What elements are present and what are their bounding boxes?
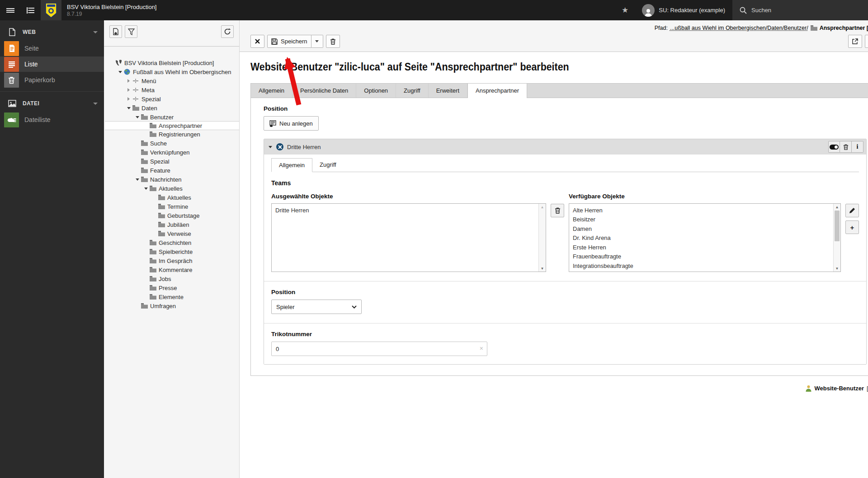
global-search[interactable]: Suchen [732, 0, 868, 20]
expand-arrow-icon[interactable] [126, 79, 132, 83]
expand-arrow-icon[interactable] [126, 97, 132, 101]
sidebar-item-dateiliste[interactable]: Dateiliste [0, 112, 104, 127]
tree-node-presse[interactable]: Presse [107, 283, 237, 292]
save-button[interactable]: Speichern [267, 35, 311, 48]
tab-optionen[interactable]: Optionen [356, 84, 396, 98]
tree-node-geburtstage[interactable]: Geburtstage [107, 211, 237, 220]
tree-node-aktuelles[interactable]: Aktuelles [107, 193, 237, 202]
collapse-arrow-icon[interactable] [134, 178, 140, 181]
info-button[interactable]: i [852, 141, 863, 153]
hide-toggle-button[interactable] [828, 141, 840, 153]
tree-node-aktuelles[interactable]: Aktuelles [107, 184, 237, 193]
collapse-arrow-icon[interactable] [117, 71, 123, 73]
option-dr-kind-arena[interactable]: Dr. Kind Arena [569, 234, 833, 243]
scroll-down-icon[interactable]: ▼ [834, 265, 840, 272]
scroll-down-icon[interactable]: ▼ [539, 265, 546, 272]
option-junge-frauen[interactable]: Junge Frauen [569, 271, 833, 272]
tree-node-men[interactable]: Menü [107, 76, 237, 85]
option-damen[interactable]: Damen [569, 224, 833, 234]
tree-node-umfragen[interactable]: Umfragen [107, 301, 237, 310]
sidebar-item-label: Liste [24, 61, 38, 68]
tree-node-benutzer[interactable]: Benutzer [107, 112, 237, 122]
expand-arrow-icon[interactable] [126, 88, 132, 92]
shirt-number-input[interactable] [271, 342, 487, 356]
tab-allgemein[interactable]: Allgemein [251, 84, 292, 98]
option-erste-herren[interactable]: Erste Herren [569, 243, 833, 252]
tree-node-spezial[interactable]: Spezial [107, 157, 237, 166]
tree-node-meta[interactable]: Meta [107, 85, 237, 94]
scroll-thumb[interactable] [835, 211, 840, 241]
tree-node-verkn-pfungen[interactable]: Verknüpfungen [107, 148, 237, 157]
tree-node-kommentare[interactable]: Kommentare [107, 265, 237, 274]
tree-node-feature[interactable]: Feature [107, 166, 237, 175]
tree-node-jobs[interactable]: Jobs [107, 274, 237, 283]
inline-tab-allgemein[interactable]: Allgemein [271, 158, 312, 172]
collapse-arrow-icon[interactable] [134, 116, 140, 118]
option-alte-herren[interactable]: Alte Herren [569, 206, 833, 215]
clear-input-icon[interactable]: × [480, 345, 483, 352]
option-integrationsbeauftragte[interactable]: Integrationsbeauftragte [569, 261, 833, 271]
user-menu[interactable]: SU: Redakteur (example) [635, 0, 732, 20]
tree-node-im-gespr-ch[interactable]: Im Gespräch [107, 256, 237, 265]
tree-node-geschichten[interactable]: Geschichten [107, 238, 237, 247]
toolbar-list-icon[interactable] [20, 0, 41, 20]
menu-toggle-icon[interactable] [0, 0, 20, 20]
site-logo[interactable] [41, 0, 61, 20]
inline-tab-zugriff[interactable]: Zugriff [312, 158, 344, 172]
available-objects-listbox[interactable]: Alte HerrenBeisitzerDamenDr. Kind ArenaE… [569, 203, 841, 272]
selected-objects-listbox[interactable]: Dritte Herren ▲ ▼ [271, 203, 546, 272]
scrollbar[interactable]: ▲ ▼ [538, 204, 546, 272]
tree-node-termine[interactable]: Termine [107, 202, 237, 211]
tree-node-suche[interactable]: Suche [107, 139, 237, 148]
bookmark-button[interactable] [865, 35, 868, 48]
docheader-left-buttons: Speichern [250, 35, 340, 48]
option-beisitzer[interactable]: Beisitzer [569, 215, 833, 225]
module-section-datei[interactable]: DATEI [0, 95, 104, 112]
scroll-up-icon[interactable]: ▲ [834, 204, 840, 210]
tree-node-nachrichten[interactable]: Nachrichten [107, 175, 237, 184]
new-page-button[interactable] [109, 25, 122, 38]
module-section-web[interactable]: WEB [0, 24, 104, 40]
collapse-caret-icon[interactable] [269, 146, 272, 148]
position-select[interactable]: Spieler [271, 300, 362, 314]
remove-selected-button[interactable] [551, 204, 564, 217]
tree-node-spielberichte[interactable]: Spielberichte [107, 247, 237, 256]
scrollbar[interactable]: ▲ ▼ [833, 204, 840, 272]
delete-button[interactable] [326, 35, 340, 48]
tree-node-bsv-viktoria-bielstein-production[interactable]: BSV Viktoria Bielstein [Production] [107, 58, 237, 67]
delete-record-button[interactable] [840, 141, 852, 153]
tree-node-jubil-en[interactable]: Jubiläen [107, 220, 237, 229]
close-button[interactable] [250, 35, 264, 48]
tree-node-spezial[interactable]: Spezial [107, 94, 237, 103]
tab-erweitert[interactable]: Erweitert [429, 84, 467, 98]
create-new-button[interactable]: Neu anlegen [264, 116, 319, 131]
option-dritte-herren[interactable]: Dritte Herren [272, 206, 538, 215]
tree-node-registrierungen[interactable]: Registrierungen [107, 130, 237, 139]
inline-record-header[interactable]: Dritte Herren i [264, 139, 866, 155]
sidebar-item-seite[interactable]: Seite [0, 41, 104, 56]
tree-node-verweise[interactable]: Verweise [107, 229, 237, 238]
folder-icon [140, 150, 148, 155]
add-button[interactable]: + [845, 220, 859, 234]
tree-node-ansprechpartner[interactable]: Ansprechpartner [105, 121, 239, 130]
filter-button[interactable] [125, 25, 137, 38]
tree-node-daten[interactable]: Daten [107, 103, 237, 112]
save-options-caret[interactable] [311, 35, 323, 48]
path-link[interactable]: ...ußball aus Wiehl im Oberbergischen/Da… [670, 25, 808, 31]
bookmark-star-icon[interactable]: ★ [615, 0, 635, 20]
open-new-window-button[interactable] [848, 35, 862, 48]
collapse-arrow-icon[interactable] [126, 107, 132, 109]
tree-node-fu-ball-aus-wiehl-im-oberbergischen[interactable]: Fußball aus Wiehl im Oberbergischen [107, 67, 237, 76]
tab-pers-nliche-daten[interactable]: Persönliche Daten [292, 84, 356, 98]
sidebar-item-papierkorb[interactable]: Papierkorb [0, 72, 104, 88]
sidebar-item-liste[interactable]: Liste [0, 56, 104, 72]
tab-zugriff[interactable]: Zugriff [396, 84, 429, 98]
refresh-button[interactable] [221, 25, 234, 38]
scroll-up-icon[interactable]: ▲ [539, 204, 546, 210]
edit-button[interactable] [845, 204, 859, 217]
record-count-footer: Website-Benutzer [190] [250, 376, 868, 392]
collapse-arrow-icon[interactable] [143, 187, 149, 190]
tab-ansprechpartner[interactable]: Ansprechpartner [467, 84, 527, 98]
tree-node-elemente[interactable]: Elemente [107, 292, 237, 301]
option-frauenbeauftragte[interactable]: Frauenbeauftragte [569, 252, 833, 262]
